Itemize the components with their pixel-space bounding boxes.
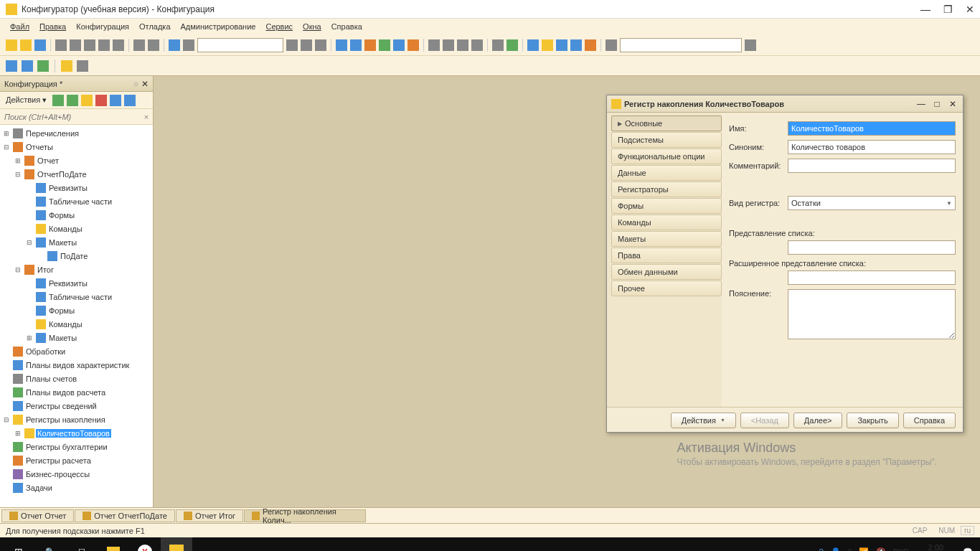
- run-icon[interactable]: [507, 39, 518, 51]
- tab-funcopts[interactable]: Функциональные опции: [611, 149, 722, 164]
- tray-people-icon[interactable]: 👤: [831, 547, 841, 552]
- open-icon[interactable]: [20, 39, 32, 51]
- 1c-app-icon[interactable]: [161, 537, 192, 551]
- select-regtype[interactable]: Остатки: [788, 196, 956, 210]
- cfg1-icon[interactable]: [527, 39, 539, 51]
- menu-admin[interactable]: Администрирование: [176, 21, 260, 32]
- tree-node-itog-req[interactable]: Реквизиты: [0, 276, 153, 290]
- tray-volume-icon[interactable]: 🔇: [876, 547, 886, 552]
- tab-layouts[interactable]: Макеты: [611, 231, 722, 247]
- tray-up-icon[interactable]: ^: [848, 547, 852, 551]
- cfg2-icon[interactable]: [542, 39, 553, 51]
- tab-other[interactable]: Прочее: [611, 281, 722, 296]
- tab-exchange[interactable]: Обмен данными: [611, 264, 722, 280]
- find-icon[interactable]: [169, 39, 180, 51]
- help-icon[interactable]: [407, 39, 419, 51]
- tree-node-itog-tab[interactable]: Табличные части: [0, 290, 153, 303]
- menu-config[interactable]: Конфигурация: [72, 21, 133, 32]
- fav-icon[interactable]: [81, 95, 93, 106]
- find-next-icon[interactable]: [315, 39, 326, 51]
- db4-icon[interactable]: [61, 60, 72, 72]
- dialog-minimize-icon[interactable]: ―: [915, 99, 927, 109]
- tree-node-qty-goods[interactable]: ⊞КоличествоТоваров: [0, 426, 153, 440]
- tab-forms[interactable]: Формы: [611, 198, 722, 214]
- tray-notifications-icon[interactable]: 💬: [963, 547, 973, 552]
- calendar-icon[interactable]: [393, 39, 405, 51]
- tray-network-icon[interactable]: 📶: [859, 547, 869, 552]
- tab-main[interactable]: Основные: [611, 116, 722, 131]
- taskview-icon[interactable]: ☐: [66, 537, 98, 551]
- tree-node-itog-forms[interactable]: Формы: [0, 303, 153, 317]
- sidebar-close-icon[interactable]: ✕: [141, 79, 149, 89]
- debug1-icon[interactable]: [428, 39, 440, 51]
- down-icon[interactable]: [124, 95, 136, 106]
- back-button[interactable]: <Назад: [740, 413, 789, 428]
- input-comment[interactable]: [788, 159, 956, 173]
- menu-edit[interactable]: Правка: [35, 21, 70, 32]
- tree-node-itog-cmd[interactable]: Команды: [0, 317, 153, 331]
- db2-icon[interactable]: [22, 60, 33, 72]
- help-button[interactable]: Справка: [903, 413, 956, 428]
- search-icon[interactable]: [183, 39, 194, 51]
- debug4-icon[interactable]: [471, 39, 483, 51]
- tree-node-bizproc[interactable]: Бизнес-процессы: [0, 467, 153, 481]
- save-icon[interactable]: [34, 39, 46, 51]
- db1-icon[interactable]: [6, 60, 17, 72]
- yandex-icon[interactable]: Y: [129, 537, 161, 551]
- tree-node-tabparts[interactable]: Табличные части: [0, 194, 153, 208]
- redo-icon[interactable]: [148, 39, 159, 51]
- tree-node-report-by-date[interactable]: ⊟ОтчетПоДате: [0, 167, 153, 181]
- new-icon[interactable]: [6, 39, 17, 51]
- print-icon[interactable]: [98, 39, 110, 51]
- tree-node-enums[interactable]: ⊞Перечисления: [0, 126, 153, 140]
- mdi-tab-4[interactable]: Регистр накопления Колич...: [244, 509, 366, 522]
- tree-node-calc-plans[interactable]: Планы видов расчета: [0, 385, 153, 399]
- start-button[interactable]: ⊞: [3, 537, 34, 551]
- ext1-icon[interactable]: [606, 39, 617, 51]
- tree-node-accum-regs[interactable]: ⊟Регистры накопления: [0, 413, 153, 426]
- db5-icon[interactable]: [77, 60, 88, 72]
- search-clear-icon[interactable]: ×: [140, 113, 153, 121]
- mdi-tab-1[interactable]: Отчет Отчет: [1, 509, 74, 522]
- config-tree[interactable]: ⊞Перечисления ⊟Отчеты ⊞Отчет ⊟ОтчетПоДат…: [0, 125, 153, 507]
- menu-debug[interactable]: Отладка: [135, 21, 174, 32]
- close-dialog-button[interactable]: Закрыть: [847, 413, 898, 428]
- undo-icon[interactable]: [133, 39, 145, 51]
- tab-commands[interactable]: Команды: [611, 215, 722, 230]
- tree-node-requisites[interactable]: Реквизиты: [0, 181, 153, 194]
- dialog-titlebar[interactable]: Регистр накопления КоличествоТоваров ― □…: [607, 95, 963, 113]
- add-icon[interactable]: [52, 95, 64, 106]
- copy-icon[interactable]: [70, 39, 81, 51]
- window1-icon[interactable]: [336, 39, 347, 51]
- textarea-explanation[interactable]: [788, 289, 956, 339]
- find-prev-icon[interactable]: [301, 39, 312, 51]
- search-taskbar-icon[interactable]: 🔍: [34, 537, 66, 551]
- sidebar-pin-icon[interactable]: ○: [133, 80, 138, 88]
- debug2-icon[interactable]: [443, 39, 454, 51]
- next-button[interactable]: Далее>: [793, 413, 843, 428]
- paste-icon[interactable]: [84, 39, 95, 51]
- tree-node-calc-regs[interactable]: Регистры расчета: [0, 453, 153, 467]
- tray-clock[interactable]: 2:00 02.12.2018: [916, 543, 956, 551]
- input-synonym[interactable]: [788, 140, 956, 154]
- actions-dropdown-button[interactable]: Действия: [671, 413, 736, 428]
- menu-file[interactable]: Файл: [6, 21, 34, 32]
- tree-node-report[interactable]: ⊞Отчет: [0, 154, 153, 167]
- explorer-icon[interactable]: [98, 537, 129, 551]
- tree-node-char-types[interactable]: Планы видов характеристик: [0, 358, 153, 372]
- clear-search-icon[interactable]: [286, 39, 298, 51]
- tree-node-itog-lay[interactable]: ⊞Макеты: [0, 331, 153, 344]
- menu-windows[interactable]: Окна: [298, 21, 326, 32]
- window2-icon[interactable]: [350, 39, 362, 51]
- input-extlistrepr[interactable]: [788, 270, 956, 285]
- menu-service[interactable]: Сервис: [261, 21, 297, 32]
- tree-node-itog[interactable]: ⊟Итог: [0, 263, 153, 276]
- tree-node-tasks[interactable]: Задачи: [0, 481, 153, 494]
- delete-icon[interactable]: [95, 95, 107, 106]
- search-input[interactable]: [0, 113, 140, 121]
- syntax-icon[interactable]: [364, 39, 376, 51]
- tab-data[interactable]: Данные: [611, 165, 722, 181]
- tab-rights[interactable]: Права: [611, 248, 722, 263]
- tree-node-reports[interactable]: ⊟Отчеты: [0, 140, 153, 154]
- tree-node-info-regs[interactable]: Регистры сведений: [0, 399, 153, 413]
